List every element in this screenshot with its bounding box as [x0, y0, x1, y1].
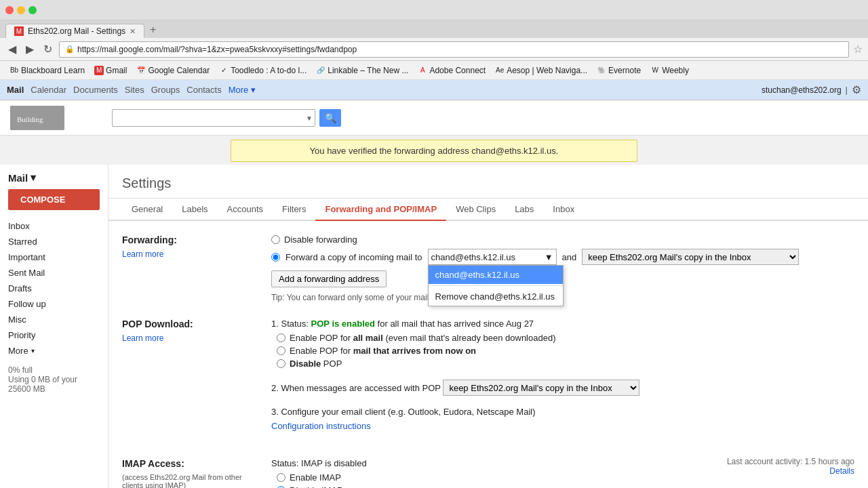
add-forwarding-button[interactable]: Add a forwarding address	[271, 270, 387, 287]
window-minimize-button[interactable]	[17, 6, 25, 14]
bookmark-favicon: 📅	[136, 66, 146, 75]
tab-filters[interactable]: Filters	[273, 199, 315, 221]
new-tab-button[interactable]: +	[144, 22, 161, 38]
footer-details-link[interactable]: Details	[829, 466, 854, 476]
bookmark-favicon: W	[650, 66, 660, 75]
pop-all-radio[interactable]	[277, 333, 285, 342]
window-close-button[interactable]	[5, 6, 14, 14]
topbar-calendar[interactable]: Calendar	[31, 85, 66, 95]
address-bar-row: ◀ ▶ ↻ 🔒 https://mail.google.com/mail/?sh…	[0, 38, 868, 61]
bookmark-label: Google Calendar	[148, 66, 210, 75]
forwarding-controls: Disable forwarding Forward a copy of inc…	[271, 235, 854, 302]
ssl-lock-icon: 🔒	[65, 45, 75, 54]
notification-text: You have verified the forwarding address…	[310, 146, 559, 156]
sidebar-item-label: Sent Mail	[8, 268, 45, 278]
bookmark-toodledo[interactable]: ✓ Toodledo : A to-do l...	[215, 64, 311, 77]
pop-disable-radio[interactable]	[277, 359, 285, 368]
imap-enable-radio[interactable]	[277, 473, 285, 482]
bookmark-label: Adobe Connect	[429, 66, 486, 75]
dropdown-option-selected[interactable]: chand@eths.k12.il.us	[429, 266, 563, 284]
storage-info: 0% full Using 0 MB of your 25600 MB	[0, 364, 108, 395]
search-box-wrapper: ▼ 🔍	[112, 109, 341, 127]
pop-config-link[interactable]: Configuration instructions	[271, 421, 854, 431]
sidebar-item-important[interactable]: Important	[0, 249, 102, 265]
dropdown-divider	[429, 285, 563, 286]
compose-button[interactable]: COMPOSE	[8, 189, 100, 210]
bookmark-star-button[interactable]: ☆	[853, 43, 863, 56]
pop-configure-label: Configure your email client	[281, 407, 385, 417]
bookmark-weebly[interactable]: W Weebly	[646, 64, 693, 77]
search-input[interactable]	[112, 109, 315, 127]
tab-labels[interactable]: Labels	[172, 199, 217, 221]
topbar-groups[interactable]: Groups	[151, 85, 180, 95]
topbar-sites[interactable]: Sites	[125, 85, 144, 95]
sidebar-item-label: More	[8, 346, 28, 356]
sidebar: Mail ▾ COMPOSE Inbox Starred Important S…	[0, 165, 108, 488]
bookmark-calendar[interactable]: 📅 Google Calendar	[132, 64, 214, 77]
address-bar[interactable]: 🔒 https://mail.google.com/mail/?shva=1&z…	[59, 41, 849, 58]
forwarding-enable-row: Forward a copy of incoming mail to chand…	[271, 249, 854, 265]
forwarding-disable-radio[interactable]	[271, 235, 280, 244]
topbar-mail[interactable]: Mail	[7, 85, 24, 95]
search-button[interactable]: 🔍	[319, 109, 341, 127]
sidebar-item-starred[interactable]: Starred	[0, 234, 102, 249]
active-tab[interactable]: M Eths202.org Mail - Settings ✕	[5, 24, 144, 38]
mail-header[interactable]: Mail ▾	[0, 171, 108, 189]
forwarding-address-value: chand@eths.k12.il.us	[431, 252, 545, 262]
bookmark-blackboard[interactable]: Bb Blackboard Learn	[5, 64, 89, 77]
sidebar-item-drafts[interactable]: Drafts	[0, 281, 102, 296]
search-dropdown-arrow-icon[interactable]: ▼	[306, 114, 313, 121]
forwarding-learn-more[interactable]: Learn more	[122, 249, 258, 259]
keep-copy-select[interactable]: keep Eths202.org Mail's copy in the Inbo…	[582, 249, 799, 265]
bookmark-aesop[interactable]: Ae Aesop | Web Naviga...	[491, 64, 591, 77]
refresh-button[interactable]: ↻	[41, 41, 55, 57]
tab-close-button[interactable]: ✕	[130, 27, 136, 36]
bookmark-gmail[interactable]: M Gmail	[90, 64, 131, 77]
bookmark-favicon: ✓	[219, 66, 229, 75]
notification-banner: You have verified the forwarding address…	[231, 140, 637, 162]
tab-inbox[interactable]: Inbox	[543, 199, 584, 221]
bookmark-evernote[interactable]: 🐘 Evernote	[593, 64, 645, 77]
settings-content: Forwarding: Learn more Disable forwardin…	[108, 221, 868, 488]
back-button[interactable]: ◀	[5, 41, 19, 57]
tab-general[interactable]: General	[122, 199, 172, 221]
forwarding-address-select[interactable]: chand@eths.k12.il.us ▼	[428, 249, 557, 265]
sidebar-item-followup[interactable]: Follow up	[0, 296, 102, 312]
search-input-container: ▼	[112, 109, 315, 127]
forward-button[interactable]: ▶	[23, 41, 37, 57]
pop-radio-group: Enable POP for all mail (even mail that'…	[277, 333, 854, 369]
topbar-more[interactable]: More ▾	[229, 85, 256, 95]
settings-gear-icon[interactable]: ⚙	[852, 83, 861, 96]
bookmark-adobe[interactable]: A Adobe Connect	[414, 64, 490, 77]
pop-learn-more[interactable]: Learn more	[122, 333, 258, 343]
sidebar-item-more[interactable]: More ▾	[0, 343, 102, 359]
sidebar-item-misc[interactable]: Misc	[0, 312, 102, 327]
topbar-contacts[interactable]: Contacts	[186, 85, 221, 95]
window-maximize-button[interactable]	[28, 6, 37, 14]
pop-controls: 1. Status: POP is enabled for all mail t…	[271, 319, 854, 442]
tip-text: Tip: You can forward only some of your m…	[271, 293, 442, 302]
sidebar-item-priority[interactable]: Priority	[0, 327, 102, 343]
pop-action-select[interactable]: keep Eths202.org Mail's copy in the Inbo…	[443, 380, 639, 396]
tab-forwarding[interactable]: Forwarding and POP/IMAP	[315, 199, 446, 221]
topbar-documents[interactable]: Documents	[73, 85, 118, 95]
and-label: and	[562, 252, 577, 262]
pop-when-section: 2. When messages are accessed with POP k…	[271, 380, 854, 396]
forwarding-enable-radio[interactable]	[271, 253, 280, 262]
bookmark-label: Evernote	[608, 66, 641, 75]
pop-status-since: for all mail that has arrived since Aug …	[378, 319, 534, 329]
imap-enable-label: Enable IMAP	[290, 472, 341, 483]
user-email: stuchan@eths202.org	[762, 85, 842, 95]
sidebar-item-inbox[interactable]: Inbox	[0, 218, 102, 234]
content-area: Settings General Labels Accounts Filters…	[108, 165, 868, 488]
sidebar-item-label: Misc	[8, 314, 26, 325]
pop-future-radio[interactable]	[277, 346, 285, 355]
tab-labs[interactable]: Labs	[505, 199, 543, 221]
pop-all-label: Enable POP for all mail (even mail that'…	[290, 333, 556, 343]
bookmark-favicon: Ae	[495, 66, 505, 75]
dropdown-option-remove[interactable]: Remove chand@eths.k12.il.us	[429, 287, 563, 306]
tab-webclips[interactable]: Web Clips	[446, 199, 505, 221]
tab-accounts[interactable]: Accounts	[218, 199, 273, 221]
sidebar-item-sent[interactable]: Sent Mail	[0, 265, 102, 281]
bookmark-linkable[interactable]: 🔗 Linkable – The New ...	[312, 64, 412, 77]
